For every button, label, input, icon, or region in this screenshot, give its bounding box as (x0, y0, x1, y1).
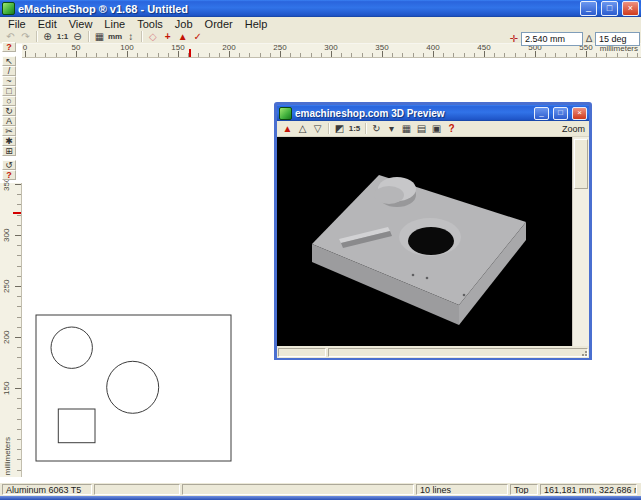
preview-toolbar: ▲△▽◩1:5↻▾▦▤▣?Zoom (277, 121, 589, 137)
zoom-slider-thumb[interactable] (574, 139, 588, 189)
caliper-icon[interactable]: ↕ (124, 31, 137, 43)
preview-body (277, 137, 589, 358)
rotate-view-icon[interactable]: ↻ (370, 123, 383, 135)
drawing-rect[interactable] (58, 409, 95, 443)
status-panel-3 (182, 484, 414, 495)
preview-maximize-button[interactable]: □ (553, 107, 568, 120)
preview-viewport[interactable] (277, 137, 572, 346)
menu-order[interactable]: Order (199, 18, 239, 30)
dimension-display-icon[interactable]: 1:5 (348, 123, 361, 135)
draw-settings-icon[interactable]: ◇ (146, 31, 159, 43)
toolbar-separator (328, 123, 329, 134)
menu-tools[interactable]: Tools (131, 18, 169, 30)
angle-step-icon: ∆ (586, 34, 592, 44)
restore-button[interactable]: □ (601, 1, 618, 16)
line-tool[interactable]: / (2, 66, 16, 76)
preview-status-pane (278, 348, 326, 357)
minimize-button[interactable]: _ (580, 1, 597, 16)
ellipse-tool[interactable]: ○ (2, 96, 16, 106)
preview-3d-model (277, 137, 572, 346)
increment-fields: ✛ ∆ (509, 31, 640, 47)
preview-close-button[interactable]: × (572, 107, 587, 120)
move-step-icon: ✛ (509, 34, 517, 44)
redo-icon: ↷ (19, 31, 32, 43)
resize-grip[interactable] (578, 347, 589, 358)
preview-app-icon (279, 107, 292, 120)
zoom-actual-icon[interactable]: 1:1 (56, 31, 69, 43)
tool-palette: ?↖/~□○↻A✂✱⊞↺? (1, 42, 17, 180)
point-tool[interactable]: ⊞ (2, 146, 16, 156)
view-panel: Top (510, 484, 538, 495)
close-button[interactable]: × (622, 1, 639, 16)
context-help-tool[interactable]: ? (2, 42, 16, 52)
select-tool[interactable]: ↖ (2, 56, 16, 66)
toolbar-separator (365, 123, 366, 134)
zoom-in-icon[interactable]: ⊕ (41, 31, 54, 43)
angle-input[interactable] (595, 32, 640, 46)
preview-status-bar (277, 346, 589, 358)
keyboard-entry-icon[interactable]: ▦ (93, 31, 106, 43)
app-window: eMachineShop ® v1.68 - Untitled _ □ × Fi… (0, 0, 641, 500)
preview-status-pane (328, 348, 588, 357)
material-panel: Aluminum 6063 T5 (2, 484, 92, 495)
preview-help-icon[interactable]: ? (445, 123, 458, 135)
cut-tool[interactable]: ✂ (2, 126, 16, 136)
units-mm-icon[interactable]: mm (108, 31, 122, 43)
add-feature-icon[interactable]: + (161, 31, 174, 43)
background-toggle-icon[interactable]: ◩ (333, 123, 346, 135)
help-tool[interactable]: ? (2, 170, 16, 180)
ruler-cursor-x (189, 49, 191, 57)
window-bottom-edge (0, 496, 641, 500)
save-icon[interactable]: ▣ (430, 123, 443, 135)
rotate-tool[interactable]: ↺ (2, 160, 16, 170)
app-icon (2, 2, 15, 15)
ruler-cursor-y (13, 212, 21, 214)
preview-minimize-button[interactable]: _ (534, 107, 549, 120)
zoom-out-icon[interactable]: ⊖ (71, 31, 84, 43)
shaded-view-icon[interactable]: ▽ (311, 123, 324, 135)
lines-panel: 10 lines (416, 484, 508, 495)
status-panel-2 (94, 484, 180, 495)
menu-job[interactable]: Job (169, 18, 199, 30)
step-input[interactable] (521, 32, 583, 46)
menu-help[interactable]: Help (239, 18, 274, 30)
status-bar: Aluminum 6063 T510 linesTop161,181 mm, 3… (0, 483, 641, 496)
solid-view-icon[interactable]: ▲ (281, 123, 294, 135)
toolbar-separator (141, 31, 142, 42)
coords-panel: 161,181 mm, 322,686 mm (540, 484, 637, 495)
drawing-circle[interactable] (51, 327, 92, 368)
preview-window: emachineshop.com 3D Preview _ □ × ▲△▽◩1:… (274, 102, 592, 360)
menu-view[interactable]: View (63, 18, 99, 30)
arc-tool[interactable]: ↻ (2, 106, 16, 116)
zoom-slider[interactable] (572, 137, 589, 346)
preview-title: emachineshop.com 3D Preview (295, 108, 530, 119)
toolbar-separator (88, 31, 89, 42)
wireframe-view-icon[interactable]: △ (296, 123, 309, 135)
toolbar-separator (36, 31, 37, 42)
preview-3d-icon[interactable]: ▲ (176, 31, 189, 43)
window-title: eMachineShop ® v1.68 - Untitled (18, 3, 576, 15)
preview-title-bar[interactable]: emachineshop.com 3D Preview _ □ × (277, 105, 589, 121)
menu-bar: FileEditViewLineToolsJobOrderHelp (0, 17, 641, 30)
drawing-rect[interactable] (36, 315, 231, 461)
undo-icon: ↶ (4, 31, 17, 43)
drawing-circle[interactable] (107, 361, 159, 413)
capture-icon[interactable]: ▦ (400, 123, 413, 135)
menu-edit[interactable]: Edit (32, 18, 63, 30)
rectangle-tool[interactable]: □ (2, 86, 16, 96)
zoom-label: Zoom (562, 124, 586, 134)
check-design-icon[interactable]: ✓ (191, 31, 204, 43)
print-icon[interactable]: ▤ (415, 123, 428, 135)
title-bar: eMachineShop ® v1.68 - Untitled _ □ × (0, 0, 641, 17)
pan-tool[interactable]: ✱ (2, 136, 16, 146)
vertical-ruler: 350300250200150 (0, 183, 22, 477)
v-ruler-unit: millimeters (3, 437, 12, 475)
spline-tool[interactable]: ~ (2, 76, 16, 86)
rotate-options-icon[interactable]: ▾ (385, 123, 398, 135)
menu-line[interactable]: Line (98, 18, 131, 30)
text-tool[interactable]: A (2, 116, 16, 126)
menu-file[interactable]: File (2, 18, 32, 30)
